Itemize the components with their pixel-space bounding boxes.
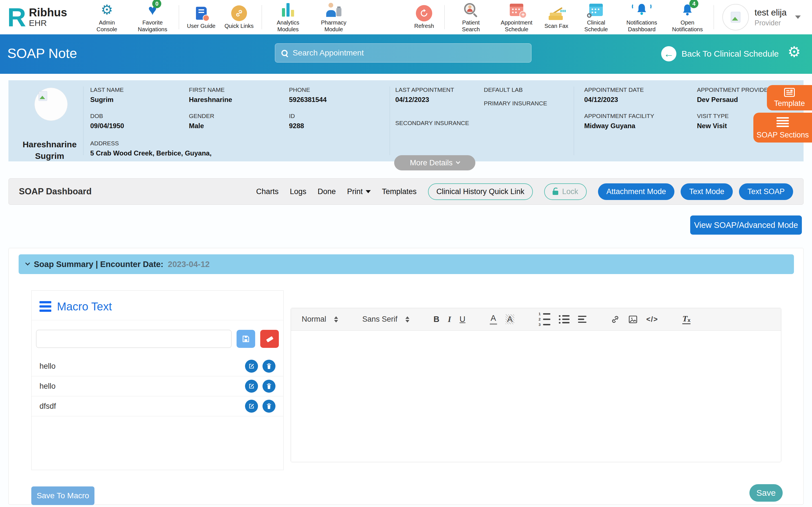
field-appointment-facility: APPOINTMENT FACILITY Midway Guyana	[584, 113, 654, 130]
select-arrows-icon	[405, 316, 409, 323]
more-details-button[interactable]: More Details	[394, 155, 475, 170]
user-menu[interactable]: test elija Provider	[722, 4, 801, 31]
nav-patient-search[interactable]: Patient Search	[453, 1, 489, 33]
print-dropdown[interactable]: Print	[347, 187, 371, 196]
panel-divider	[390, 87, 390, 155]
back-to-clinical-schedule-label: Back To Clinical Schedule	[681, 49, 779, 59]
header-gear-icon[interactable]: ⚙	[788, 45, 801, 59]
macro-item-row[interactable]: dfsdf	[32, 396, 283, 416]
nav-refresh[interactable]: Refresh	[412, 5, 437, 30]
macro-item-delete-button[interactable]	[262, 360, 275, 373]
select-arrows-icon	[334, 316, 338, 323]
macro-save-button[interactable]	[237, 330, 255, 348]
nav-user-guide[interactable]: User Guide	[187, 5, 215, 30]
highlight-color-button[interactable]: A	[506, 314, 514, 324]
hamburger-icon[interactable]	[40, 299, 51, 314]
nav-clinical-schedule[interactable]: Clinical Schedule	[578, 1, 614, 33]
nav-analytics-modules[interactable]: Analytics Modules	[270, 1, 306, 33]
favorite-badge: 0	[152, 0, 161, 8]
insert-image-button[interactable]	[628, 315, 638, 324]
list-icon	[776, 116, 789, 128]
lock-label: Lock	[562, 187, 578, 196]
done-link[interactable]: Done	[317, 187, 336, 196]
brand-name: Ribhus	[29, 6, 67, 18]
soap-dashboard-bar: SOAP Dashboard Charts Logs Done Print Te…	[8, 178, 804, 205]
save-button[interactable]: Save	[749, 484, 783, 502]
macro-erase-button[interactable]	[260, 330, 279, 348]
nav-quick-links[interactable]: Quick Links	[224, 5, 253, 30]
field-last-appointment: LAST APPOINTMENT 04/12/2023	[395, 87, 454, 104]
charts-link[interactable]: Charts	[256, 187, 278, 196]
nav-admin-console-label: Admin Console	[89, 19, 125, 33]
user-menu-caret-icon	[795, 15, 801, 19]
text-color-button[interactable]: A	[490, 314, 497, 325]
attachment-mode-button[interactable]: Attachment Mode	[598, 183, 675, 200]
nav-notifications-dashboard[interactable]: Notifications Dashboard	[623, 1, 660, 33]
appointment-search-box[interactable]	[275, 43, 531, 62]
align-button[interactable]	[578, 316, 587, 323]
app-logo[interactable]: R Ribhus EHR	[7, 6, 67, 29]
eraser-icon	[265, 335, 274, 343]
edit-pencil-icon	[248, 363, 255, 370]
macro-text-title: Macro Text	[57, 300, 112, 313]
macro-text-input[interactable]	[36, 330, 232, 348]
templates-link[interactable]: Templates	[382, 187, 417, 196]
macro-item-text: hello	[40, 362, 56, 371]
bullet-list-button[interactable]	[559, 315, 569, 324]
nav-quick-links-label: Quick Links	[224, 23, 253, 30]
chain-link-icon	[231, 5, 247, 22]
insert-link-button[interactable]	[611, 315, 620, 324]
macro-item-edit-button[interactable]	[245, 400, 258, 413]
nav-pharmacy-module[interactable]: Pharmacy Module	[315, 1, 352, 33]
underline-button[interactable]: U	[460, 315, 465, 323]
nav-favorite-navigations-label: Favorite Navigations	[134, 19, 171, 33]
text-soap-button[interactable]: Text SOAP	[739, 183, 793, 200]
save-to-macro-button[interactable]: Save To Macro	[31, 487, 94, 505]
nav-patient-search-label: Patient Search	[453, 19, 489, 33]
nav-favorite-navigations[interactable]: ♥ 0 Favorite Navigations	[134, 1, 171, 33]
macro-item-row[interactable]: hello	[32, 376, 283, 396]
macro-item-edit-button[interactable]	[245, 380, 258, 393]
macro-item-delete-button[interactable]	[262, 400, 275, 413]
clinical-history-quick-link-button[interactable]: Clinical History Quick Link	[428, 183, 533, 200]
code-view-button[interactable]: </>	[646, 316, 658, 323]
user-avatar	[722, 4, 749, 31]
lock-button[interactable]: Lock	[544, 183, 587, 200]
macro-item-edit-button[interactable]	[245, 360, 258, 373]
soap-note-page: R Ribhus EHR ⚙ Admin Console ♥ 0 Favorit…	[0, 0, 812, 507]
macro-item-row[interactable]: hello	[32, 356, 283, 376]
italic-button[interactable]: I	[448, 315, 451, 323]
soap-sections-label: SOAP Sections	[756, 131, 809, 139]
view-soap-advanced-mode-button[interactable]: View SOAP/Advanced Mode	[690, 216, 802, 235]
clear-formatting-button[interactable]: Tx	[682, 314, 691, 324]
logo-r-icon: R	[7, 6, 26, 29]
field-secondary-insurance: SECONDARY INSURANCE	[395, 120, 469, 129]
soap-summary-header[interactable]: Soap Summary | Encounter Date: 2023-04-1…	[18, 255, 794, 274]
field-gender: GENDER Male	[189, 113, 214, 130]
panel-divider	[574, 87, 574, 155]
macro-input-row	[32, 320, 283, 356]
nav-scan-fax[interactable]: Scan Fax	[544, 5, 569, 30]
nav-appointment-schedule[interactable]: + Appointment Schedule	[498, 1, 535, 33]
font-family-select[interactable]: Sans Serif	[362, 315, 409, 324]
soap-sections-button[interactable]: SOAP Sections	[753, 113, 812, 143]
bold-button[interactable]: B	[434, 315, 440, 323]
nav-admin-console[interactable]: ⚙ Admin Console	[89, 1, 125, 33]
text-mode-button[interactable]: Text Mode	[680, 183, 733, 200]
editor-content-area[interactable]	[291, 331, 781, 462]
nav-divider	[714, 5, 714, 29]
ordered-list-button[interactable]: 1 2 3	[539, 312, 550, 327]
search-appointment-input[interactable]	[293, 48, 525, 57]
user-role: Provider	[755, 19, 786, 27]
bell-badge-icon: 4	[681, 1, 694, 18]
macro-item-delete-button[interactable]	[262, 380, 275, 393]
calendar-plus-icon: +	[510, 1, 523, 18]
back-to-clinical-schedule-button[interactable]: ← Back To Clinical Schedule	[661, 46, 779, 61]
logs-link[interactable]: Logs	[290, 187, 306, 196]
encounter-date: 2023-04-12	[168, 260, 209, 269]
brand-sub: EHR	[29, 18, 67, 28]
nav-open-notifications[interactable]: 4 Open Notifications	[669, 1, 706, 33]
clinical-history-quick-link-label: Clinical History Quick Link	[437, 187, 524, 196]
template-button[interactable]: Template	[767, 85, 812, 110]
paragraph-style-select[interactable]: Normal	[302, 315, 338, 324]
